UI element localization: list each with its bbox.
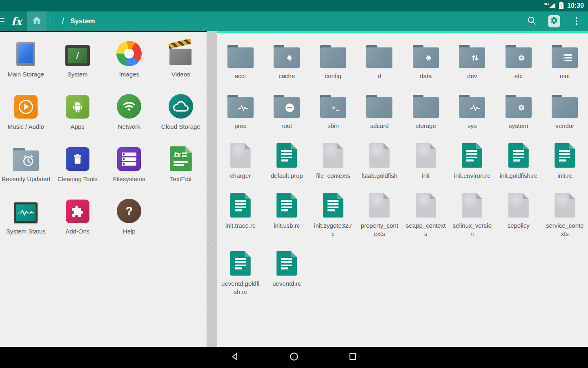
file-label: storage	[406, 122, 446, 130]
sidebar-item-network[interactable]: Network	[103, 92, 155, 131]
sidebar-item-cleaning-tools[interactable]: Cleaning Tools	[52, 145, 104, 183]
file-label: vendor	[545, 122, 585, 130]
file-text-icon	[508, 142, 529, 168]
grid-item-data[interactable]: data	[403, 43, 449, 80]
file-label: proc	[220, 122, 261, 130]
grid-item-mnt[interactable]: mnt	[542, 43, 588, 80]
recents-button[interactable]	[347, 352, 358, 363]
images-icon	[116, 40, 142, 66]
file-generic-icon	[508, 192, 529, 218]
grid-item-root[interactable]: root	[264, 92, 310, 130]
settings-button[interactable]	[548, 15, 560, 27]
music-audio-icon	[14, 92, 38, 119]
file-label: service_contexts	[545, 222, 585, 238]
sidebar-item-label: Cleaning Tools	[53, 175, 102, 183]
grid-item-init-goldfish-rc[interactable]: init.goldfish.rc	[495, 142, 542, 180]
grid-item-ueventd-rc[interactable]: ueventd.rc	[264, 250, 310, 296]
cleaning-tools-icon	[66, 145, 89, 171]
grid-item-init[interactable]: init	[403, 142, 449, 180]
sidebar-item-system-status[interactable]: System Status	[0, 197, 52, 236]
home-button[interactable]	[27, 11, 47, 31]
sidebar-item-help[interactable]: ?Help	[103, 197, 155, 236]
file-label: init.zygote32.rc	[313, 222, 353, 238]
sidebar-item-videos[interactable]: Videos	[155, 40, 207, 79]
grid-item-selinux-version[interactable]: selinux_version	[449, 192, 496, 238]
recents-icon	[347, 351, 358, 364]
sidebar-item-label: Images	[105, 70, 154, 79]
grid-item-fstab-goldfish[interactable]: fstab.goldfish	[356, 142, 403, 180]
folder-pulse-icon	[227, 92, 254, 118]
file-text-icon	[276, 142, 297, 168]
grid-item-init-environ-rc[interactable]: init.environ.rc	[449, 142, 496, 180]
sidebar-item-label: Add-Ons	[53, 227, 102, 236]
grid-item-sepolicy[interactable]: sepolicy	[495, 192, 542, 238]
grid-item-system[interactable]: system	[495, 92, 542, 130]
grid-item-default-prop[interactable]: default.prop	[264, 142, 310, 180]
shortcuts-panel: Main Storage/SystemImagesVideosMusic / A…	[0, 31, 207, 347]
folder-icon	[552, 92, 578, 118]
sidebar-item-recently-updated[interactable]: Recently Updated	[0, 145, 52, 183]
folder-icon	[227, 43, 254, 68]
sidebar-item-apps[interactable]: Apps	[52, 92, 104, 131]
grid-item-config[interactable]: config	[310, 43, 356, 80]
folder-icon	[366, 92, 392, 118]
file-generic-icon	[323, 142, 343, 168]
sidebar-item-label: Filesystems	[105, 175, 154, 183]
file-text-icon	[276, 192, 297, 218]
grid-item-d[interactable]: d	[356, 43, 403, 80]
sidebar-item-label: Videos	[156, 70, 205, 79]
file-label: init.usb.rc	[267, 222, 307, 230]
home-nav-button[interactable]	[289, 352, 299, 363]
grid-item-etc[interactable]: etc	[495, 43, 542, 80]
file-label: ueventd.goldfish.rc	[220, 280, 261, 296]
file-label: sepolicy	[499, 222, 539, 230]
file-generic-icon	[230, 142, 251, 168]
sidebar-item-images[interactable]: Images	[103, 40, 155, 79]
folder-gear-icon	[506, 43, 532, 68]
grid-item-dev[interactable]: dev	[449, 43, 496, 80]
grid-item-seapp-contexts[interactable]: seapp_contexts	[403, 192, 449, 238]
grid-item-acct[interactable]: acct	[217, 43, 264, 80]
sidebar-item-system[interactable]: /System	[52, 40, 104, 79]
grid-item-proc[interactable]: proc	[217, 92, 264, 130]
file-label: acct	[220, 72, 261, 80]
menu-icon[interactable]	[0, 18, 4, 22]
sidebar-item-cloud-storage[interactable]: Cloud Storage	[155, 92, 207, 131]
grid-item-sdcard[interactable]: sdcard	[356, 92, 403, 130]
network-type-label: 3G	[544, 2, 549, 6]
grid-item-service-contexts[interactable]: service_contexts	[542, 192, 588, 238]
file-label: init.trace.rc	[220, 222, 261, 230]
back-button[interactable]	[230, 352, 241, 363]
grid-item-file-contexts[interactable]: file_contexts	[310, 142, 356, 180]
sidebar-item-textedit[interactable]: fxTextEdit	[155, 145, 207, 183]
file-label: file_contexts	[313, 172, 353, 180]
file-text-icon	[462, 142, 482, 168]
search-button[interactable]	[525, 15, 538, 28]
sidebar-item-label: Network	[105, 123, 154, 131]
grid-item-init-usb-rc[interactable]: init.usb.rc	[264, 192, 310, 238]
panel-divider[interactable]	[207, 31, 218, 347]
grid-item-sbin[interactable]: >_sbin	[310, 92, 356, 130]
grid-item-cache[interactable]: cache	[264, 43, 310, 80]
sidebar-item-music-audio[interactable]: Music / Audio	[0, 92, 52, 131]
file-label: cache	[267, 72, 307, 80]
grid-item-sys[interactable]: sys	[449, 92, 496, 130]
grid-item-property-contexts[interactable]: property_contexts	[356, 192, 403, 238]
grid-item-charger[interactable]: charger	[217, 142, 264, 180]
grid-item-init-zygote32-rc[interactable]: init.zygote32.rc	[310, 192, 356, 238]
sidebar-item-main-storage[interactable]: Main Storage	[0, 40, 52, 79]
grid-item-ueventd-goldfish-rc[interactable]: ueventd.goldfish.rc	[217, 250, 264, 296]
overflow-menu-button[interactable]	[570, 15, 583, 28]
textedit-icon: fx	[170, 145, 192, 171]
settings-icon	[550, 16, 558, 26]
grid-item-init-trace-rc[interactable]: init.trace.rc	[217, 192, 264, 238]
grid-item-storage[interactable]: storage	[403, 92, 449, 130]
grid-item-init-rc[interactable]: init.rc	[542, 142, 588, 180]
breadcrumb-root[interactable]: /	[62, 16, 64, 27]
grid-item-vendor[interactable]: vendor	[542, 92, 588, 130]
sidebar-item-filesystems[interactable]: Filesystems	[103, 145, 155, 183]
apps-icon	[66, 92, 89, 119]
file-label: seapp_contexts	[406, 222, 446, 238]
sidebar-item-add-ons[interactable]: Add-Ons	[52, 197, 104, 236]
file-label: mnt	[545, 72, 585, 80]
